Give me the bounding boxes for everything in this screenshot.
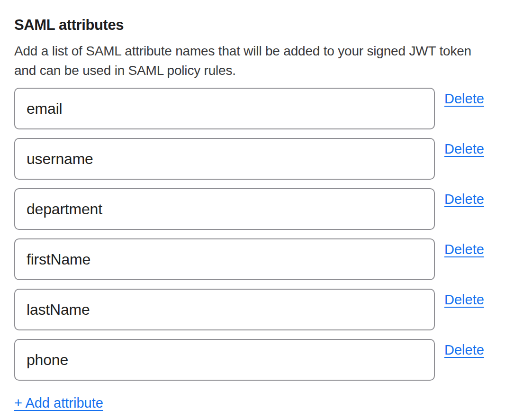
attribute-row: Delete	[14, 88, 486, 129]
page-title: SAML attributes	[14, 16, 486, 34]
attribute-input-phone[interactable]	[14, 339, 435, 381]
attribute-input-department[interactable]	[14, 188, 435, 230]
attribute-input-username[interactable]	[14, 138, 435, 180]
delete-attribute-link-department[interactable]: Delete	[444, 191, 484, 207]
attribute-row: Delete	[14, 138, 486, 180]
attribute-row: Delete	[14, 289, 486, 330]
attribute-list: Delete Delete Delete Delete Delete Delet…	[14, 88, 486, 381]
attribute-input-firstName[interactable]	[14, 238, 435, 280]
delete-attribute-link-email[interactable]: Delete	[444, 91, 484, 107]
attribute-row: Delete	[14, 188, 486, 230]
attribute-input-lastName[interactable]	[14, 289, 435, 330]
section-description: Add a list of SAML attribute names that …	[14, 41, 486, 80]
attribute-row: Delete	[14, 238, 486, 280]
delete-attribute-link-username[interactable]: Delete	[444, 141, 484, 157]
attribute-input-email[interactable]	[14, 88, 435, 129]
add-attribute-link[interactable]: + Add attribute	[14, 395, 103, 411]
delete-attribute-link-lastName[interactable]: Delete	[444, 292, 484, 308]
saml-attributes-section: SAML attributes Add a list of SAML attri…	[0, 0, 505, 420]
attribute-row: Delete	[14, 339, 486, 381]
delete-attribute-link-firstName[interactable]: Delete	[444, 241, 484, 257]
delete-attribute-link-phone[interactable]: Delete	[444, 342, 484, 358]
